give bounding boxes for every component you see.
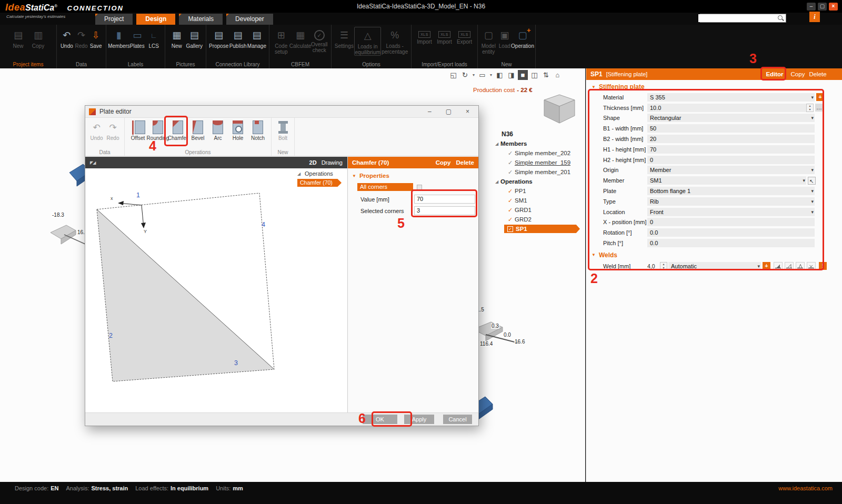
check-icon[interactable]: ✓ [508, 207, 515, 214]
type-select[interactable]: Rib▾ [647, 197, 815, 206]
chamfer-button[interactable]: Chamfer [168, 119, 188, 141]
fillet-weld-icon[interactable] [774, 262, 783, 270]
rounding-button[interactable]: Rounding [148, 119, 168, 141]
rotate-view-icon[interactable]: ↻ [460, 70, 470, 80]
dialog-maximize-icon[interactable]: ▢ [446, 108, 452, 115]
ok-button[interactable]: OK [363, 415, 397, 424]
tree-item-member[interactable]: ✓ Simple member_159 [494, 158, 584, 167]
b1-width-input[interactable]: 50 [647, 124, 815, 133]
check-icon[interactable]: ✓ [508, 169, 515, 176]
xls-export-button[interactable]: XLS Export [455, 27, 475, 45]
location-select[interactable]: Front▾ [647, 208, 815, 216]
connection-import-button[interactable]: XLS Import [435, 27, 455, 45]
tree-item-operation[interactable]: ✓ PP1 [494, 186, 584, 196]
stepper-up-icon[interactable]: ▴ [660, 263, 667, 266]
redo-button[interactable]: ↷ Redo [74, 27, 89, 49]
notch-button[interactable]: Notch [248, 119, 268, 141]
selection-dropdown-icon[interactable]: ▾ [489, 70, 493, 80]
xls-import-button[interactable]: XLS Import [415, 27, 435, 45]
rotate-dropdown-icon[interactable]: ▾ [472, 70, 476, 80]
fit-view-icon[interactable]: ⇅ [541, 70, 551, 80]
home-view-icon[interactable]: ⌂ [553, 70, 563, 80]
dialog-redo-button[interactable]: ↷ Redo [105, 119, 121, 141]
chevron-down-icon[interactable]: ▾ [811, 93, 814, 102]
check-icon[interactable]: ✓ [508, 216, 515, 223]
chamfer-delete-button[interactable]: Delete [456, 159, 474, 166]
chamfer-copy-button[interactable]: Copy [436, 159, 451, 166]
section-collapse-icon[interactable]: ▼ [352, 174, 356, 178]
weld-warning-icon[interactable]: ! [819, 262, 827, 270]
editor-button[interactable]: Editor [763, 68, 786, 80]
check-icon[interactable]: ✓ [508, 159, 515, 166]
double-weld-icon[interactable] [807, 262, 816, 270]
manage-button[interactable]: ▤ Manage [247, 27, 266, 49]
tree-item-sp1-selected[interactable]: ✓ SP1 [494, 224, 584, 234]
corner-number[interactable]: 3 [234, 359, 238, 367]
shape-select[interactable]: Rectangular▾ [647, 114, 815, 122]
gallery-button[interactable]: ▤ Gallery [186, 27, 204, 49]
apply-button[interactable]: Apply [404, 415, 434, 424]
overall-check-button[interactable]: ✓ Overall check [310, 27, 329, 53]
check-icon[interactable]: ✓ [508, 188, 515, 195]
check-icon[interactable]: ✓ [507, 226, 513, 232]
tree-item-operation[interactable]: ✓ SM1 [494, 196, 584, 205]
plate-canvas[interactable]: 1 2 3 4 x Y ◢ Operations Chamfer (70) [85, 168, 347, 412]
h2-height-input[interactable]: 0 [647, 156, 815, 164]
check-icon[interactable]: ✓ [508, 197, 515, 204]
tree-item-operation[interactable]: ✓ GRD1 [494, 205, 584, 215]
chevron-down-icon[interactable]: ▾ [803, 176, 805, 185]
view-cube[interactable] [540, 93, 579, 126]
all-corners-label[interactable]: All corners [357, 183, 413, 191]
loads-percentage-button[interactable]: % Loads - percentage [381, 27, 408, 55]
load-button[interactable]: ▣ Load [497, 27, 513, 49]
model-entity-button[interactable]: ▢ Model entity [480, 27, 497, 55]
b2-width-input[interactable]: 20 [647, 135, 815, 143]
offset-button[interactable]: Offset [128, 119, 148, 141]
properties-section[interactable]: ▼ Properties [352, 173, 389, 179]
website-link[interactable]: www.ideastatica.com [778, 485, 833, 491]
maximize-icon[interactable]: ▢ [818, 3, 827, 11]
minimize-icon[interactable]: – [807, 3, 816, 11]
more-options-button[interactable]: … [815, 104, 823, 112]
section-stiffening-plate[interactable]: ▼ Stiffening plate [586, 80, 842, 92]
stepper-down-icon[interactable]: ▾ [807, 108, 813, 112]
tree-root[interactable]: N36 [494, 129, 584, 139]
plate-select[interactable]: Bottom flange 1▾ [647, 187, 815, 195]
view-transparent-icon[interactable]: ◫ [529, 70, 539, 80]
save-button[interactable]: ⇩ Save [88, 27, 103, 49]
chamfer-value-input[interactable]: 70 [414, 195, 475, 204]
view-solid-icon[interactable]: ■ [518, 70, 528, 80]
plates-labels-button[interactable]: ▭ Plates [129, 27, 146, 49]
delete-operation-button[interactable]: Delete [807, 68, 828, 80]
dialog-undo-button[interactable]: ↶ Undo [88, 119, 105, 141]
member-picker-button[interactable]: ↖ [808, 177, 816, 185]
origin-select[interactable]: Member▾ [647, 166, 815, 174]
section-collapse-icon[interactable]: ▼ [592, 253, 596, 257]
weld-type-select[interactable]: Automatic▾ [668, 262, 761, 270]
copy-project-item-button[interactable]: ▥ Copy [28, 27, 48, 49]
chevron-down-icon[interactable]: ▾ [811, 197, 814, 206]
close-icon[interactable]: × [829, 3, 838, 11]
undo-button[interactable]: ↶ Undo [59, 27, 74, 49]
chevron-down-icon[interactable]: ▾ [811, 166, 814, 174]
selected-item-banner[interactable]: ✓ SP1 [504, 225, 580, 233]
bolt-button[interactable]: Bolt [275, 119, 291, 141]
add-weld-button[interactable]: + [763, 262, 770, 270]
stepper-down-icon[interactable]: ▾ [660, 266, 667, 270]
tab-design[interactable]: Design [136, 14, 175, 25]
mini-tree-chamfer-selected[interactable]: Chamfer (70) [297, 179, 342, 187]
copy-operation-button[interactable]: Copy [789, 68, 806, 80]
tree-members-header[interactable]: ◢ Members [494, 139, 584, 148]
expander-icon[interactable]: ◢ [297, 172, 303, 176]
dialog-title-bar[interactable]: Plate editor – ▢ × [85, 106, 478, 118]
add-material-button[interactable]: + [816, 93, 824, 101]
expand-canvas-icon[interactable]: ◤◢ [90, 160, 95, 165]
view-front-icon[interactable]: ◧ [495, 70, 505, 80]
operation-button[interactable]: ▢+ Operation [513, 27, 533, 49]
section-welds[interactable]: ▼ Welds [586, 248, 842, 260]
chevron-down-icon[interactable]: ▾ [811, 114, 814, 122]
selection-rect-icon[interactable]: ▭ [477, 70, 487, 80]
code-setup-button[interactable]: ⊞ Code setup [272, 27, 290, 55]
fullscreen-icon[interactable]: ◱ [448, 70, 458, 80]
butt-weld-icon[interactable] [796, 262, 805, 270]
